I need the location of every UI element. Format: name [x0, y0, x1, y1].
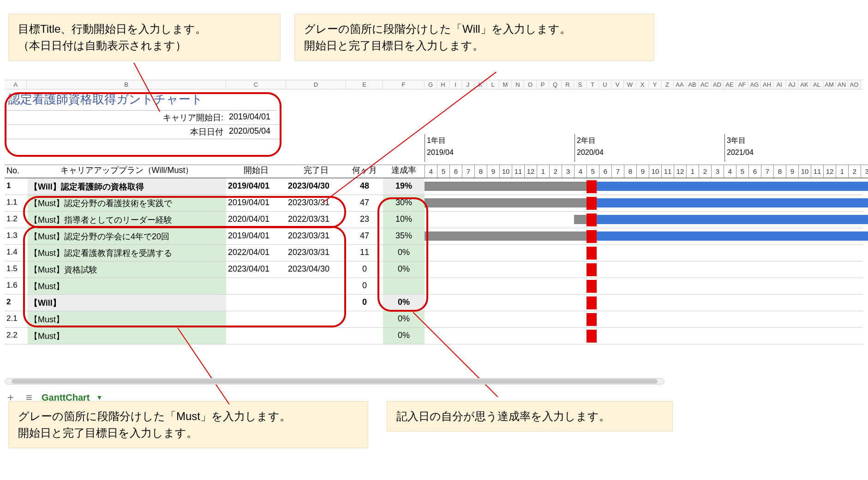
- column-header[interactable]: AJ: [786, 80, 798, 89]
- cell-plan[interactable]: 【Must】資格試験: [28, 261, 226, 278]
- table-row[interactable]: 1.6【Must】0: [5, 278, 863, 295]
- column-header[interactable]: B: [27, 80, 226, 89]
- cell-plan[interactable]: 【Will】認定看護師の資格取得: [28, 178, 226, 195]
- column-header[interactable]: AA: [674, 80, 686, 89]
- column-header[interactable]: AG: [748, 80, 761, 89]
- cell-plan[interactable]: 【Must】: [28, 278, 226, 294]
- table-row[interactable]: 2.2【Must】0%: [5, 328, 863, 344]
- column-header[interactable]: AL: [811, 80, 823, 89]
- cell-rate[interactable]: [383, 278, 425, 294]
- cell-plan[interactable]: 【Must】認定看護教育課程を受講する: [28, 245, 226, 261]
- cell-rate[interactable]: 0%: [383, 328, 425, 344]
- column-header[interactable]: I: [449, 80, 462, 89]
- cell-rate[interactable]: 10%: [383, 212, 425, 228]
- cell-rate[interactable]: 0%: [383, 295, 425, 311]
- column-header[interactable]: AF: [736, 80, 748, 89]
- scrollbar-thumb[interactable]: [12, 379, 658, 384]
- cell-start[interactable]: [226, 295, 286, 311]
- column-header[interactable]: AD: [711, 80, 724, 89]
- sheet-tab[interactable]: GanttChart: [42, 392, 90, 403]
- cell-start[interactable]: [226, 328, 286, 344]
- table-row[interactable]: 1.2【Must】指導者としてのリーダー経験2020/04/012022/03/…: [5, 212, 863, 228]
- cell-start[interactable]: [226, 311, 286, 327]
- cell-start[interactable]: [226, 278, 286, 294]
- month-cell: 1: [686, 165, 699, 178]
- cell-start[interactable]: 2019/04/01: [226, 178, 286, 195]
- today-marker: [587, 296, 597, 309]
- all-sheets-icon[interactable]: ≡: [23, 391, 35, 404]
- column-header[interactable]: L: [487, 80, 499, 89]
- column-header[interactable]: D: [286, 80, 346, 89]
- column-header[interactable]: M: [499, 80, 512, 89]
- cell-plan[interactable]: 【Must】: [28, 311, 226, 327]
- cell-end[interactable]: 2023/03/31: [286, 245, 346, 261]
- column-header[interactable]: T: [587, 80, 599, 89]
- column-header[interactable]: AM: [823, 80, 836, 89]
- sheet-tab-menu-icon[interactable]: ▼: [96, 394, 102, 401]
- column-header[interactable]: AI: [773, 80, 786, 89]
- table-row[interactable]: 2.1【Must】0%: [5, 311, 863, 328]
- column-header[interactable]: AC: [699, 80, 711, 89]
- column-header[interactable]: W: [624, 80, 636, 89]
- page-title[interactable]: 認定看護師資格取得ガントチャート: [5, 89, 277, 111]
- column-header[interactable]: S: [574, 80, 587, 89]
- column-header[interactable]: O: [524, 80, 537, 89]
- column-header[interactable]: Q: [549, 80, 562, 89]
- column-header[interactable]: AE: [724, 80, 736, 89]
- column-header[interactable]: R: [562, 80, 574, 89]
- cell-start[interactable]: 2019/04/01: [226, 195, 286, 211]
- cell-rate[interactable]: 0%: [383, 261, 425, 278]
- cell-end[interactable]: 2023/04/30: [286, 261, 346, 278]
- column-header[interactable]: G: [425, 80, 437, 89]
- column-header[interactable]: P: [537, 80, 549, 89]
- cell-end[interactable]: 2023/03/31: [286, 195, 346, 211]
- cell-rate[interactable]: 30%: [383, 195, 425, 211]
- cell-rate[interactable]: 35%: [383, 228, 425, 244]
- table-row[interactable]: 1【Will】認定看護師の資格取得2019/04/012023/04/30481…: [5, 178, 863, 195]
- cell-start[interactable]: 2022/04/01: [226, 245, 286, 261]
- column-header[interactable]: Y: [649, 80, 661, 89]
- cell-end[interactable]: [286, 295, 346, 311]
- cell-end[interactable]: 2022/03/31: [286, 212, 346, 228]
- table-row[interactable]: 1.1【Must】認定分野の看護技術を実践で2019/04/012023/03/…: [5, 195, 863, 212]
- cell-plan[interactable]: 【Will】: [28, 295, 226, 311]
- cell-start[interactable]: 2019/04/01: [226, 228, 286, 244]
- column-header[interactable]: C: [226, 80, 286, 89]
- column-header[interactable]: X: [636, 80, 649, 89]
- cell-end[interactable]: [286, 328, 346, 344]
- cell-start[interactable]: 2020/04/01: [226, 212, 286, 228]
- column-header[interactable]: AO: [848, 80, 861, 89]
- cell-rate[interactable]: 0%: [383, 245, 425, 261]
- column-header[interactable]: AK: [798, 80, 811, 89]
- cell-end[interactable]: 2023/03/31: [286, 228, 346, 244]
- add-sheet-icon[interactable]: +: [5, 391, 17, 404]
- table-row[interactable]: 1.3【Must】認定分野の学会に4年で20回2019/04/012023/03…: [5, 228, 863, 245]
- table-row[interactable]: 1.4【Must】認定看護教育課程を受講する2022/04/012023/03/…: [5, 245, 863, 261]
- horizontal-scrollbar[interactable]: [5, 378, 664, 385]
- cell-plan[interactable]: 【Must】: [28, 328, 226, 344]
- column-header[interactable]: AH: [761, 80, 773, 89]
- column-header[interactable]: K: [474, 80, 487, 89]
- cell-end[interactable]: [286, 311, 346, 327]
- cell-plan[interactable]: 【Must】認定分野の学会に4年で20回: [28, 228, 226, 244]
- cell-rate[interactable]: 0%: [383, 311, 425, 327]
- column-header[interactable]: AB: [686, 80, 699, 89]
- column-header[interactable]: F: [383, 80, 425, 89]
- table-row[interactable]: 2【Will】00%: [5, 295, 863, 311]
- cell-plan[interactable]: 【Must】指導者としてのリーダー経験: [28, 212, 226, 228]
- column-header[interactable]: V: [611, 80, 624, 89]
- column-header[interactable]: H: [437, 80, 449, 89]
- cell-plan[interactable]: 【Must】認定分野の看護技術を実践で: [28, 195, 226, 211]
- column-header[interactable]: A: [5, 80, 27, 89]
- cell-end[interactable]: [286, 278, 346, 294]
- column-header[interactable]: AN: [836, 80, 848, 89]
- cell-start[interactable]: 2023/04/01: [226, 261, 286, 278]
- column-header[interactable]: U: [599, 80, 611, 89]
- cell-rate[interactable]: 19%: [383, 178, 425, 195]
- column-header[interactable]: N: [512, 80, 524, 89]
- column-header[interactable]: J: [462, 80, 474, 89]
- column-header[interactable]: Z: [661, 80, 674, 89]
- career-start-value[interactable]: 2019/04/01: [226, 111, 281, 125]
- column-header[interactable]: E: [346, 80, 383, 89]
- table-row[interactable]: 1.5【Must】資格試験2023/04/012023/04/3000%: [5, 261, 863, 278]
